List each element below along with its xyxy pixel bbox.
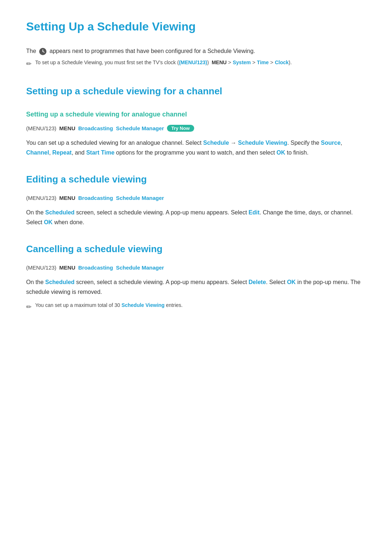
sec2-item1: Broadcasting [78, 194, 113, 202]
sec2-body1: On the [26, 209, 44, 216]
section1-title: Setting up a schedule viewing for a chan… [26, 84, 366, 99]
note-icon-2: ✏ [26, 302, 32, 312]
subsection1-body: You can set up a scheduled viewing for a… [26, 138, 366, 157]
sub1-arrow1: → [230, 140, 238, 146]
sub1-link5: Repeat [52, 149, 72, 156]
sub1-body2: Specify the [290, 140, 321, 146]
sec3-body1: On the [26, 279, 44, 285]
menu-ref-inline: (MENU/123) [179, 59, 207, 65]
sec3-item2: Schedule Manager [116, 263, 164, 272]
sub1-menu: MENU [59, 124, 75, 133]
sec3-body2: screen, select a schedule viewing. A pop… [76, 279, 249, 285]
sec2-link3: OK [44, 219, 53, 225]
sec2-link1: Scheduled [45, 209, 74, 216]
sec3-link1: Scheduled [45, 279, 74, 285]
sub1-body3: and [75, 149, 86, 156]
sub1-item1: Broadcasting [78, 124, 113, 133]
try-now-button[interactable]: Try Now [167, 125, 194, 132]
subsection1-breadcrumb: (MENU/123) MENU Broadcasting Schedule Ma… [26, 124, 366, 133]
sub1-body5: to finish. [287, 149, 309, 156]
note-clock-label: Clock [275, 59, 289, 65]
arrow-2: > [252, 59, 257, 65]
sec3-item1: Broadcasting [78, 263, 113, 272]
sec2-link2: Edit [249, 209, 260, 216]
sub1-link4: Channel [26, 149, 49, 156]
note-time-label: Time [257, 59, 269, 65]
sec3-menu-ref: (MENU/123) [26, 263, 56, 272]
sec2-body2: screen, select a schedule viewing. A pop… [76, 209, 249, 216]
section2-title: Editing a schedule viewing [26, 172, 366, 187]
sub1-link2: Schedule Viewing [238, 140, 287, 146]
sec2-item2: Schedule Manager [116, 194, 164, 202]
section2-body: On the Scheduled screen, select a schedu… [26, 208, 366, 227]
note-text-2: You can set up a maximum total of 30 Sch… [35, 301, 183, 309]
subsection1-title: Setting up a schedule viewing for analog… [26, 109, 366, 120]
sec3-link2: Delete [249, 279, 266, 285]
main-desc-before: The [26, 48, 36, 54]
clock-icon [39, 48, 47, 56]
note2-link: Schedule Viewing [122, 302, 165, 308]
sec2-menu-ref: (MENU/123) [26, 194, 56, 202]
note-menu-label: MENU [212, 59, 226, 65]
page-title: Setting Up a Schedule Viewing [26, 17, 366, 36]
sub1-menu-ref: (MENU/123) [26, 124, 56, 133]
section3-breadcrumb: (MENU/123) MENU Broadcasting Schedule Ma… [26, 263, 366, 272]
sec3-menu: MENU [59, 263, 75, 272]
arrow-3: > [270, 59, 275, 65]
sec3-link3: OK [287, 279, 296, 285]
sec3-body3: Select [269, 279, 287, 285]
section3-title: Cancelling a schedule viewing [26, 242, 366, 257]
note-block-1: ✏ To set up a Schedule Viewing, you must… [26, 58, 366, 69]
sub1-body4: options for the programme you want to wa… [116, 149, 277, 156]
section3-body: On the Scheduled screen, select a schedu… [26, 277, 366, 297]
note-icon-1: ✏ [26, 59, 32, 69]
sec2-body4: when done. [54, 219, 84, 225]
main-description: The appears next to programmes that have… [26, 46, 366, 56]
sub1-link3: Source [321, 140, 340, 146]
sub1-link7: OK [277, 149, 285, 156]
note2-text-before: You can set up a maximum total of 30 [35, 302, 120, 308]
sub1-body1: You can set up a scheduled viewing for a… [26, 140, 201, 146]
sub1-link1: Schedule [203, 140, 229, 146]
sub1-item2: Schedule Manager [116, 124, 164, 133]
sec2-menu: MENU [59, 194, 75, 202]
note-block-2: ✏ You can set up a maximum total of 30 S… [26, 301, 366, 312]
sub1-link6: Start Time [86, 149, 114, 156]
section2-breadcrumb: (MENU/123) MENU Broadcasting Schedule Ma… [26, 194, 366, 202]
note2-text-after: entries. [166, 302, 183, 308]
note-text-1: To set up a Schedule Viewing, you must f… [35, 58, 292, 67]
main-desc-after: appears next to programmes that have bee… [49, 48, 255, 54]
arrow-1: > [228, 59, 233, 65]
note-system-label: System [233, 59, 251, 65]
